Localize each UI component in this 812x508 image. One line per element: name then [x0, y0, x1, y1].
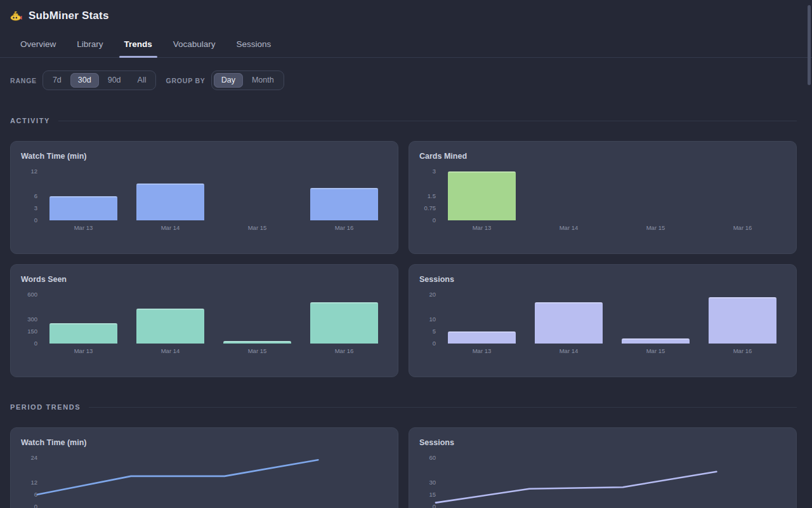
y-axis: 31.50.750	[419, 171, 436, 220]
submarine-icon	[10, 10, 22, 22]
y-tick: 0	[21, 217, 37, 224]
bar-mar-16	[310, 188, 378, 220]
bar-column	[438, 171, 525, 220]
x-label: Mar 13	[438, 224, 525, 231]
x-label: Mar 14	[525, 347, 612, 354]
bar-column	[699, 295, 786, 344]
bar-mar-13	[448, 331, 516, 344]
bar-column	[40, 295, 127, 344]
chart-area: 6030150	[419, 458, 786, 507]
x-axis: Mar 13Mar 14Mar 15Mar 16	[40, 224, 388, 231]
chart-title: Words Seen	[21, 275, 388, 284]
x-label: Mar 15	[612, 347, 699, 354]
trend-line	[419, 458, 786, 507]
y-axis: 12630	[21, 171, 37, 220]
tab-sessions[interactable]: Sessions	[236, 33, 272, 57]
chart-card-watch-time-line: Watch Time (min)241260Mar 13Mar 14Mar 15…	[10, 427, 398, 508]
bar-mar-15	[223, 341, 291, 344]
bar-mar-16	[709, 297, 776, 344]
bar-mar-13	[49, 196, 117, 221]
bar-column	[525, 295, 612, 344]
plot	[438, 171, 786, 220]
y-tick: 12	[21, 168, 37, 175]
chart-grid: Watch Time (min)12630Mar 13Mar 14Mar 15M…	[10, 141, 797, 377]
plot	[40, 171, 388, 220]
plot	[40, 295, 388, 344]
section-header: ACTIVITY	[10, 117, 797, 124]
tab-overview[interactable]: Overview	[20, 33, 56, 57]
x-label: Mar 16	[699, 224, 786, 231]
chart-title: Watch Time (min)	[21, 152, 388, 161]
y-tick: 0.75	[419, 204, 436, 212]
bar-column	[127, 171, 214, 220]
x-label: Mar 14	[525, 224, 612, 231]
bar-mar-16	[310, 302, 378, 344]
bar-mar-15	[622, 338, 690, 344]
chart-area: 241260	[21, 458, 388, 507]
bar-column	[438, 295, 525, 344]
x-label: Mar 13	[438, 347, 525, 354]
x-label: Mar 13	[40, 224, 127, 231]
x-axis: Mar 13Mar 14Mar 15Mar 16	[438, 347, 786, 354]
x-label: Mar 16	[301, 347, 388, 354]
brand: SubMiner Stats	[0, 9, 812, 23]
x-label: Mar 15	[612, 224, 699, 231]
tab-library[interactable]: Library	[76, 33, 103, 57]
chart-card-cards-mined-bar: Cards Mined31.50.750Mar 13Mar 14Mar 15Ma…	[409, 141, 797, 254]
topbar: SubMiner Stats OverviewLibraryTrendsVoca…	[0, 0, 812, 58]
x-label: Mar 14	[127, 224, 214, 231]
chart-area: 201050	[419, 295, 786, 344]
y-tick: 5	[419, 328, 436, 335]
bar-mar-13	[49, 323, 117, 344]
x-axis: Mar 13Mar 14Mar 15Mar 16	[40, 347, 388, 354]
section-divider	[58, 121, 797, 121]
chart-area: 12630	[21, 171, 388, 220]
y-tick: 10	[419, 316, 436, 323]
range-option-7d[interactable]: 7d	[45, 73, 69, 88]
bar-mar-14	[136, 309, 204, 344]
bar-column	[699, 171, 786, 220]
x-label: Mar 15	[214, 224, 301, 231]
section-title-activity: ACTIVITY	[10, 117, 50, 124]
bar-mar-14	[535, 302, 603, 344]
group-by-option-month[interactable]: Month	[244, 73, 282, 88]
chart-title: Sessions	[419, 438, 786, 447]
x-label: Mar 13	[40, 347, 127, 354]
plot	[438, 295, 786, 344]
bar-column	[525, 171, 612, 220]
section-divider	[89, 407, 797, 408]
group-by-option-day[interactable]: Day	[214, 73, 243, 88]
sections: ACTIVITYWatch Time (min)12630Mar 13Mar 1…	[10, 117, 797, 508]
chart-area: 31.50.750	[419, 171, 786, 220]
group-by-control: DayMonth	[211, 70, 284, 90]
controls-row: RANGE 7d30d90dAll GROUP BY DayMonth	[10, 70, 797, 90]
y-tick: 3	[21, 204, 37, 212]
range-option-90d[interactable]: 90d	[100, 73, 129, 88]
group-by-group: GROUP BY DayMonth	[166, 70, 284, 90]
y-tick: 3	[419, 168, 436, 175]
trend-line	[21, 458, 388, 507]
chart-grid: Watch Time (min)241260Mar 13Mar 14Mar 15…	[10, 427, 797, 508]
app-title: SubMiner Stats	[29, 10, 109, 22]
bar-mar-13	[448, 171, 516, 220]
y-tick: 300	[21, 316, 37, 323]
tab-vocabulary[interactable]: Vocabulary	[173, 33, 216, 57]
bar-column	[301, 295, 388, 344]
tab-trends[interactable]: Trends	[124, 33, 153, 57]
y-axis: 201050	[419, 295, 436, 344]
page-content: RANGE 7d30d90dAll GROUP BY DayMonth ACTI…	[0, 70, 812, 508]
bar-column	[612, 171, 699, 220]
range-option-30d[interactable]: 30d	[70, 73, 99, 88]
range-control: 7d30d90dAll	[43, 70, 157, 90]
bar-column	[127, 295, 214, 344]
bar-column	[301, 171, 388, 220]
chart-card-watch-time-bar: Watch Time (min)12630Mar 13Mar 14Mar 15M…	[10, 141, 398, 254]
range-label: RANGE	[10, 77, 37, 84]
chart-card-words-seen-bar: Words Seen6003001500Mar 13Mar 14Mar 15Ma…	[10, 264, 398, 377]
scrollbar-thumb[interactable]	[808, 5, 811, 85]
x-label: Mar 14	[127, 347, 214, 354]
section-title-period-trends: PERIOD TRENDS	[10, 403, 81, 411]
section-activity: ACTIVITYWatch Time (min)12630Mar 13Mar 1…	[10, 117, 797, 377]
range-option-all[interactable]: All	[130, 73, 154, 88]
chart-area: 6003001500	[21, 295, 388, 344]
